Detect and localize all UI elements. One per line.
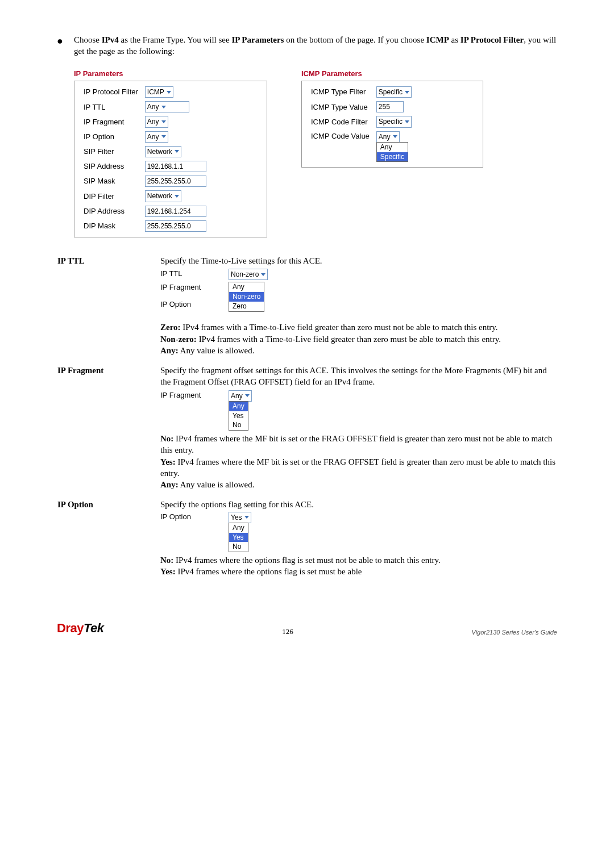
brand-part1: Dray (57, 621, 84, 635)
desc-bold: No: (160, 556, 173, 565)
ipfrag-widget-select[interactable]: Any (229, 390, 252, 402)
intro-bold: IP Protocol Filter (460, 35, 524, 44)
row-sip-filter: SIP Filter Network (80, 144, 210, 159)
desc-text: IPv4 frames where the MF bit is set or t… (160, 434, 552, 454)
dip-address-input[interactable]: 192.168.1.254 (145, 206, 206, 217)
ip-ttl-select[interactable]: Any (145, 101, 189, 112)
intro-bold: ICMP (426, 35, 449, 44)
desc-text: IPv4 frames with a Time-to-Live field gr… (197, 335, 501, 344)
chevron-down-icon (261, 273, 265, 276)
row-ip-fragment: IP Fragment Any (80, 114, 210, 129)
label: ICMP Code Value (308, 130, 373, 164)
bullet-icon: ● (57, 34, 74, 57)
chevron-down-icon (175, 150, 179, 153)
dropdown-option[interactable]: Any (377, 143, 408, 152)
icmp-type-value-input[interactable]: 255 (376, 101, 404, 112)
dropdown-option[interactable]: Yes (229, 533, 248, 542)
sip-mask-input[interactable]: 255.255.255.0 (145, 176, 206, 187)
dropdown-option[interactable]: Yes (229, 411, 248, 421)
dropdown-option[interactable]: Specific (377, 152, 408, 162)
desc-bold: Non-zero: (160, 335, 197, 344)
def-lead-text: Specify the Time-to-Live settings for th… (160, 256, 322, 265)
ip-parameters-table: IP Protocol Filter ICMP IP TTL Any IP Fr… (80, 85, 210, 233)
chevron-down-icon (245, 394, 250, 397)
chevron-down-icon (405, 91, 409, 94)
ip-fragment-select[interactable]: Any (145, 116, 168, 127)
ipttl-desc: Zero: IPv4 frames with a Time-to-Live fi… (160, 322, 557, 356)
dropdown-option[interactable]: Non-zero (229, 292, 264, 302)
intro-bullet: ● Choose IPv4 as the Frame Type. You wil… (57, 34, 557, 57)
def-row-ip-option: IP Option Specify the options flag setti… (57, 498, 557, 585)
row-ip-option: IP Option Any (80, 130, 210, 144)
ip-option-select[interactable]: Any (145, 131, 168, 143)
dropdown-option[interactable]: Any (229, 282, 264, 292)
ipttl-widget-dropdown[interactable]: Any Non-zero Zero (229, 282, 264, 311)
row-sip-mask: SIP Mask 255.255.255.0 (80, 174, 210, 189)
desc-bold: Any: (160, 346, 179, 355)
dropdown-option[interactable]: Any (229, 402, 248, 411)
icmp-type-filter-select[interactable]: Specific (376, 86, 412, 98)
dip-filter-select[interactable]: Network (145, 190, 181, 202)
label: IP Fragment (160, 390, 211, 400)
brand-part2: Tek (84, 621, 104, 635)
sip-address-input[interactable]: 192.168.1.1 (145, 161, 206, 172)
row-ip-ttl: IP TTL Any (80, 99, 210, 114)
row-icmp-code-value: ICMP Code Value Any Any Specific (308, 130, 415, 164)
dropdown-option[interactable]: Zero (229, 302, 264, 311)
desc-text: IPv4 frames where the MF bit is set or t… (160, 457, 555, 478)
ipfrag-widget-dropdown[interactable]: Any Yes No (229, 401, 248, 431)
label: SIP Address (80, 159, 142, 174)
desc-bold: Yes: (160, 457, 176, 466)
ipopt-widget-dropdown[interactable]: Any Yes No (229, 523, 248, 552)
icmp-code-value-dropdown[interactable]: Any Specific (376, 142, 408, 162)
chevron-down-icon (167, 91, 171, 94)
guide-title: Vigor2130 Series User's Guide (472, 628, 557, 637)
def-label-ip-option: IP Option (57, 498, 160, 585)
ip-protocol-filter-select[interactable]: ICMP (145, 86, 173, 98)
label: DIP Address (80, 204, 142, 219)
chevron-down-icon (175, 195, 179, 198)
row-icmp-type-value: ICMP Type Value 255 (308, 99, 415, 114)
ip-parameters-panel: IP Parameters IP Protocol Filter ICMP IP… (74, 69, 267, 237)
label: SIP Mask (80, 174, 142, 189)
icmp-code-value-select[interactable]: Any (376, 131, 400, 143)
label: SIP Filter (80, 144, 142, 159)
label: ICMP Type Value (308, 99, 373, 114)
dip-mask-input[interactable]: 255.255.255.0 (145, 220, 206, 232)
footer: DrayTek 126 Vigor2130 Series User's Guid… (57, 620, 557, 637)
chevron-down-icon (161, 106, 166, 108)
chevron-down-icon (244, 516, 249, 519)
desc-bold: Any: (160, 480, 179, 489)
desc-text: IPv4 frames with a Time-to-Live field gr… (181, 323, 498, 332)
ipttl-widget-select[interactable]: Non-zero (229, 269, 268, 280)
row-sip-address: SIP Address 192.168.1.1 (80, 159, 210, 174)
ipopt-widget-select[interactable]: Yes (229, 512, 251, 523)
sip-filter-select[interactable]: Network (145, 146, 181, 157)
ipopt-widget-row: IP Option Yes Any Yes No (160, 512, 557, 553)
def-label-ip-fragment: IP Fragment (57, 364, 160, 498)
row-ip-protocol-filter: IP Protocol Filter ICMP (80, 85, 210, 99)
label: IP Option (80, 130, 142, 144)
dropdown-option[interactable]: No (229, 420, 248, 430)
intro-span: Choose (74, 35, 102, 44)
ipfrag-desc: No: IPv4 frames where the MF bit is set … (160, 433, 557, 490)
intro-span: on the bottom of the page. If you choose (284, 35, 426, 44)
dropdown-option[interactable]: No (229, 542, 248, 552)
intro-bold: IP Parameters (231, 35, 284, 44)
label: IP Fragment (80, 114, 142, 129)
desc-text: Any value is allowed. (179, 346, 255, 355)
dropdown-option[interactable]: Any (229, 523, 248, 533)
def-lead-text: Specify the fragment offset settings for… (160, 366, 547, 386)
ipttl-widget-row: IP TTL Non-zero (160, 269, 557, 280)
panels-row: IP Parameters IP Protocol Filter ICMP IP… (74, 69, 557, 237)
icmp-parameters-title: ICMP Parameters (301, 69, 483, 79)
def-row-ip-fragment: IP Fragment Specify the fragment offset … (57, 364, 557, 498)
definitions-table: IP TTL Specify the Time-to-Live settings… (57, 254, 557, 586)
label: ICMP Type Filter (308, 85, 373, 99)
desc-text: IPv4 frames where the options flag is se… (176, 567, 362, 576)
label: DIP Filter (80, 189, 142, 203)
desc-text: Any value is allowed. (179, 480, 255, 489)
chevron-down-icon (161, 135, 166, 138)
icmp-code-filter-select[interactable]: Specific (376, 116, 412, 127)
label: IP TTL (80, 99, 142, 114)
